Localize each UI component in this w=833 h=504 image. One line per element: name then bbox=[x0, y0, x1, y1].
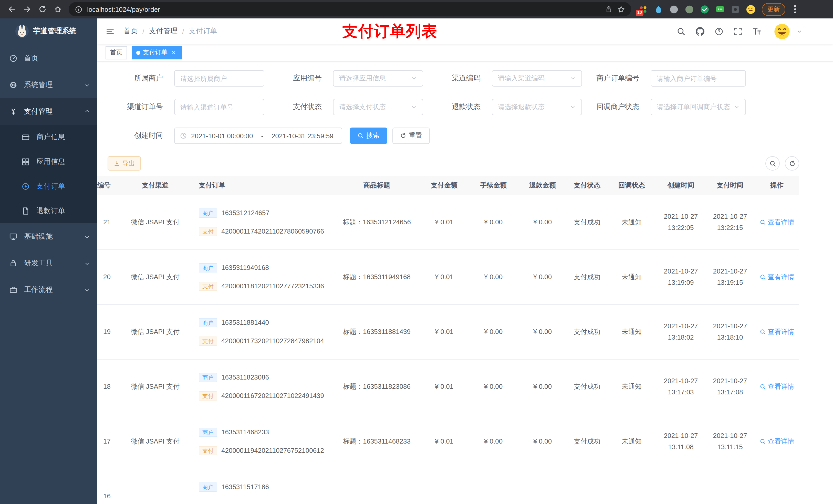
chevron-down-icon[interactable] bbox=[796, 28, 802, 34]
export-button[interactable]: 导出 bbox=[108, 156, 141, 171]
sidebar-item-workflow[interactable]: 工作流程 bbox=[0, 277, 97, 303]
back-button[interactable] bbox=[5, 3, 19, 16]
sidebar-item-refund-order[interactable]: 退款订单 bbox=[0, 199, 97, 223]
sidebar-item-home[interactable]: 首页 bbox=[0, 45, 97, 72]
gray-extension-icon[interactable] bbox=[669, 4, 679, 14]
tag-item[interactable]: 首页 bbox=[105, 46, 127, 59]
view-detail-link[interactable]: 查看详情 bbox=[760, 217, 794, 226]
home-button[interactable] bbox=[51, 3, 65, 16]
search-icon bbox=[760, 383, 766, 389]
font-size-icon[interactable] bbox=[753, 27, 761, 35]
search-icon bbox=[760, 329, 766, 335]
green-extension-icon[interactable] bbox=[685, 4, 694, 14]
merchant-tag: 商户 bbox=[199, 318, 217, 327]
site-info-icon[interactable] bbox=[75, 5, 82, 13]
emoji-extension-icon[interactable] bbox=[746, 4, 756, 14]
orders-table: 编号支付渠道支付订单商品标题支付金额手续金额退款金额支付状态回调状态创建时间支付… bbox=[97, 176, 799, 504]
search-button[interactable]: 搜索 bbox=[350, 127, 387, 144]
tag-item[interactable]: 支付订单 × bbox=[132, 46, 182, 59]
breadcrumb-separator: / bbox=[182, 27, 184, 35]
chevron-down-icon bbox=[411, 104, 417, 110]
cell-fee: ¥ 0.00 bbox=[469, 304, 518, 359]
pay-tag: 支付 bbox=[199, 226, 217, 236]
share-icon[interactable] bbox=[605, 5, 613, 13]
sidebar-item-system[interactable]: 系统管理 bbox=[0, 72, 97, 98]
cell-create-time: 2021-10-2713:11:08 bbox=[656, 414, 706, 469]
address-bar[interactable]: localhost:1024/pay/order bbox=[69, 2, 631, 16]
refresh-icon bbox=[400, 133, 406, 139]
view-detail-link[interactable]: 查看详情 bbox=[760, 327, 794, 336]
merchant-order-no-label: 商户订单编号 bbox=[584, 74, 639, 83]
search-icon[interactable] bbox=[677, 27, 686, 35]
update-button[interactable]: 更新 bbox=[762, 3, 785, 16]
channel-code-label: 渠道编码 bbox=[425, 74, 480, 83]
filter-field: 退款状态 请选择退款状态 bbox=[425, 99, 582, 115]
cell-refund: ¥ 0.00 bbox=[518, 414, 567, 469]
cell-id: 19 bbox=[97, 304, 116, 359]
refresh-table-button[interactable] bbox=[785, 156, 799, 171]
user-avatar[interactable] bbox=[774, 23, 790, 40]
main-content: 所属商户 应用编号 请选择应用信息 渠道编码 请输入渠道编码 商户订单编号 渠道… bbox=[97, 62, 833, 504]
github-icon[interactable] bbox=[696, 27, 705, 35]
hamburger-icon[interactable] bbox=[105, 27, 115, 35]
sidebar-item-payment[interactable]: 支付管理 bbox=[0, 98, 97, 125]
reload-button[interactable] bbox=[36, 3, 49, 16]
forward-button[interactable] bbox=[21, 3, 34, 16]
toggle-search-button[interactable] bbox=[765, 156, 780, 171]
channel-code-select[interactable]: 请输入渠道编码 bbox=[492, 70, 582, 87]
cell-status: 支付成功 bbox=[567, 195, 607, 249]
close-icon[interactable]: × bbox=[170, 49, 177, 56]
cell-fee: ¥ 0.00 bbox=[469, 414, 518, 469]
bookmark-star-icon[interactable] bbox=[617, 5, 625, 13]
cell-title: 标题：1635312124656 bbox=[334, 195, 420, 249]
sidebar-item-pay-order[interactable]: 支付订单 bbox=[0, 174, 97, 199]
yen-icon bbox=[8, 107, 19, 116]
app-logo[interactable]: 芋道管理系统 bbox=[0, 19, 97, 44]
sidebar-item-dev-tools[interactable]: 研发工具 bbox=[0, 250, 97, 277]
fullscreen-icon[interactable] bbox=[734, 27, 742, 35]
merchant-tag: 商户 bbox=[199, 373, 217, 382]
cell-title: 标题：1635311949168 bbox=[334, 249, 420, 304]
breadcrumb-item[interactable]: 支付管理 bbox=[149, 27, 177, 36]
view-detail-link[interactable]: 查看详情 bbox=[760, 382, 794, 391]
cell-order-numbers: 商户1635311949168支付42000011812021102777232… bbox=[195, 249, 334, 304]
filter-field: 支付状态 请选择支付状态 bbox=[266, 99, 423, 115]
dark-extension-icon[interactable] bbox=[731, 4, 740, 14]
chevron-down-icon bbox=[734, 104, 740, 110]
chevron-down-icon bbox=[84, 287, 90, 293]
callback-status-select[interactable]: 请选择订单回调商户状态 bbox=[651, 99, 746, 115]
cell-create-time: 2021-10-2713:22:05 bbox=[656, 195, 706, 249]
app-no-select[interactable]: 请选择应用信息 bbox=[333, 70, 423, 87]
merchant-order-no-input[interactable] bbox=[651, 70, 746, 87]
check-extension-icon[interactable] bbox=[700, 4, 710, 14]
date-start-value: 2021-10-01 00:00:00 bbox=[191, 132, 253, 140]
channel-order-no-input[interactable] bbox=[174, 99, 264, 115]
table-row: 19 微信 JSAPI 支付 商户1635311881440支付42000011… bbox=[97, 304, 799, 359]
cell-actions: 查看详情 bbox=[755, 249, 799, 304]
merchant-input[interactable] bbox=[174, 70, 264, 87]
reset-button[interactable]: 重置 bbox=[392, 127, 430, 144]
drop-extension-icon[interactable] bbox=[654, 4, 663, 14]
pay-status-select[interactable]: 请选择支付状态 bbox=[333, 99, 423, 115]
chevron-up-icon bbox=[84, 109, 90, 115]
clock-icon bbox=[180, 132, 187, 139]
create-time-range-input[interactable]: 2021-10-01 00:00:00 - 2021-10-31 23:59:5… bbox=[174, 127, 342, 144]
view-detail-link[interactable]: 查看详情 bbox=[760, 437, 794, 446]
browser-menu-button[interactable] bbox=[789, 4, 801, 15]
help-icon[interactable] bbox=[715, 27, 723, 35]
sidebar-item-label: 工作流程 bbox=[24, 285, 53, 294]
merchant-label: 所属商户 bbox=[108, 74, 163, 83]
view-detail-link[interactable]: 查看详情 bbox=[760, 272, 794, 282]
grid-icon bbox=[21, 158, 31, 166]
chat-extension-icon[interactable] bbox=[715, 4, 725, 14]
cell-actions: 查看详情 bbox=[755, 195, 799, 249]
refund-status-select[interactable]: 请选择退款状态 bbox=[492, 99, 582, 115]
cell-notify-status: 未通知 bbox=[607, 414, 656, 469]
sidebar-item-infrastructure[interactable]: 基础设施 bbox=[0, 223, 97, 250]
breadcrumb-item[interactable]: 首页 bbox=[123, 27, 138, 36]
grid-extension-icon[interactable]: 10 bbox=[638, 4, 648, 14]
cell-order-numbers: 商户1635311881440支付42000011732021102728479… bbox=[195, 304, 334, 359]
sidebar-item-app-info[interactable]: 应用信息 bbox=[0, 149, 97, 174]
sidebar-item-merchant-info[interactable]: 商户信息 bbox=[0, 125, 97, 149]
filter-row: 所属商户 应用编号 请选择应用信息 渠道编码 请输入渠道编码 商户订单编号 bbox=[108, 70, 833, 87]
